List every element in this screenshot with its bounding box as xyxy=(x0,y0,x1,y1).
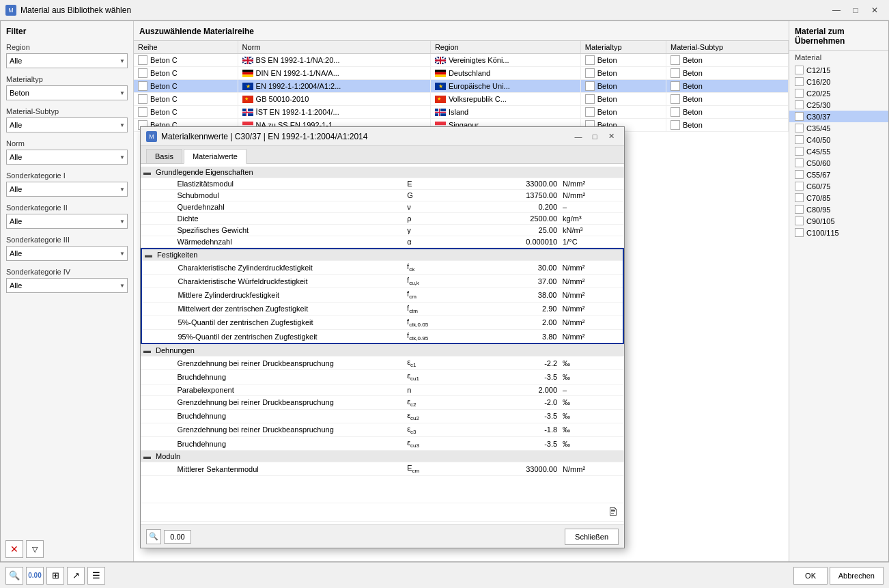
prop-wurfel: Charakteristische Würfeldruckfestigkeit xyxy=(167,275,404,288)
prop-parabel: Parabelexponent xyxy=(167,384,405,395)
modal-overlay: M Materialkennwerte | C30/37 | EN 1992-1… xyxy=(0,0,889,588)
section-toggle-moduln[interactable]: ▬ xyxy=(143,452,151,460)
prop-bruch-cu1: Bruchdehnung xyxy=(167,370,405,384)
modal-search-icon-box[interactable]: 🔍 xyxy=(146,529,161,544)
table-row: Bruchdehnung εcu3 -3.5 ‰ xyxy=(141,437,624,451)
modal-dialog: M Materialkennwerte | C30/37 | EN 1992-1… xyxy=(140,126,625,548)
table-row: 🖹 xyxy=(141,503,624,522)
prop-value-E: 33000.00 xyxy=(477,178,560,190)
prop-unit-a: 1/°C xyxy=(560,236,624,248)
table-row: Schubmodul G 13750.00 N/mm² xyxy=(141,190,624,201)
section-festigkeiten: ▬ Festigkeiten xyxy=(141,249,623,261)
properties-table: ▬ Grundlegende Eigenschaften Elastizität… xyxy=(141,167,624,522)
prop-unit-fcm: N/mm² xyxy=(559,288,623,302)
prop-symbol-fcm: fcm xyxy=(404,288,477,302)
table-row xyxy=(141,476,624,503)
prop-value-ecu1: -3.5 xyxy=(477,370,560,384)
modal-title-bar: M Materialkennwerte | C30/37 | EN 1992-1… xyxy=(141,127,624,146)
table-row: 5%-Quantil der zentrischen Zugfestigkeit… xyxy=(141,316,623,329)
prop-symbol-y: γ xyxy=(404,225,477,236)
section-name-festigkeiten: Festigkeiten xyxy=(157,251,197,259)
prop-value-p: 2500.00 xyxy=(477,213,560,225)
prop-symbol-ec2: εc2 xyxy=(404,395,477,409)
modal-close-button[interactable]: Schließen xyxy=(565,529,619,545)
table-row: Mittlere Zylinderdruckfestigkeit fcm 38.… xyxy=(141,288,623,302)
prop-value-fcuk: 37.00 xyxy=(477,275,559,288)
table-row: Elastizitätsmodul E 33000.00 N/mm² xyxy=(141,178,624,190)
modal-controls: — □ ✕ xyxy=(571,130,619,143)
prop-unit-ec1: ‰ xyxy=(560,356,624,370)
prop-unit-y: kN/m³ xyxy=(560,225,624,236)
prop-sekant: Mittlerer Sekantenmodul xyxy=(167,462,405,476)
prop-mittlere: Mittlere Zylinderdruckfestigkeit xyxy=(167,288,404,302)
tab-basis[interactable]: Basis xyxy=(146,149,182,163)
prop-symbol-G: G xyxy=(404,190,477,201)
prop-unit-ecm: N/mm² xyxy=(560,462,624,476)
prop-value-ecm: 33000.00 xyxy=(477,462,560,476)
modal-content[interactable]: ▬ Grundlegende Eigenschaften Elastizität… xyxy=(141,164,624,524)
prop-unit-n: – xyxy=(560,384,624,395)
prop-symbol-ecm: Ecm xyxy=(404,462,477,476)
modal-num-input[interactable] xyxy=(164,530,191,544)
prop-unit-fctk005: N/mm² xyxy=(559,316,623,329)
prop-unit-fcuk: N/mm² xyxy=(559,275,623,288)
table-row: Grenzdehnung bei reiner Druckbeanspruchu… xyxy=(141,395,624,409)
prop-unit-G: N/mm² xyxy=(560,190,624,201)
modal-search-icon: 🔍 xyxy=(149,532,158,541)
prop-unit-fck: N/mm² xyxy=(559,261,623,275)
section-toggle-festigkeiten[interactable]: ▬ xyxy=(145,251,152,259)
prop-name-dichte: Dichte xyxy=(167,213,405,225)
table-row: Charakteristische Würfeldruckfestigkeit … xyxy=(141,275,623,288)
prop-name-schub: Schubmodul xyxy=(167,190,405,201)
modal-maximize-btn[interactable]: □ xyxy=(587,130,602,143)
section-grundlegende: ▬ Grundlegende Eigenschaften xyxy=(141,167,624,178)
prop-mittelwert: Mittelwert der zentrischen Zugfestigkeit xyxy=(167,302,404,316)
modal-minimize-btn[interactable]: — xyxy=(571,130,586,143)
table-row: Charakteristische Zylinderdruckfestigkei… xyxy=(141,261,623,275)
tab-materialwerte[interactable]: Materialwerte xyxy=(184,149,246,164)
prop-symbol-E: E xyxy=(404,178,477,190)
prop-value-ec1: -2.2 xyxy=(477,356,560,370)
table-row: Wärmedehnzahl α 0.000010 1/°C xyxy=(141,236,624,248)
table-row: Mittlerer Sekantenmodul Ecm 33000.00 N/m… xyxy=(141,462,624,476)
modal-close-btn[interactable]: ✕ xyxy=(604,130,619,143)
prop-value-fck: 30.00 xyxy=(477,261,559,275)
prop-symbol-ec3: εc3 xyxy=(404,423,477,436)
prop-value-fctm: 2.90 xyxy=(477,302,559,316)
prop-value-ec3: -1.8 xyxy=(477,423,560,436)
section-toggle-grundlegende[interactable]: ▬ xyxy=(143,168,151,176)
prop-unit-ecu1: ‰ xyxy=(560,370,624,384)
prop-unit-ecu2: ‰ xyxy=(560,409,624,423)
prop-value-y: 25.00 xyxy=(477,225,560,236)
table-row: ▬ Festigkeiten xyxy=(141,248,624,345)
section-name-grundlegende: Grundlegende Eigenschaften xyxy=(156,168,253,176)
modal-tabs: Basis Materialwerte xyxy=(141,146,624,164)
prop-bruch-cu3: Bruchdehnung xyxy=(167,437,405,451)
prop-grenzd-c3: Grenzdehnung bei reiner Druckbeanspruchu… xyxy=(167,423,405,436)
prop-symbol-ecu1: εcu1 xyxy=(404,370,477,384)
table-export-icon[interactable]: 🖹 xyxy=(608,506,619,518)
modal-icon: M xyxy=(146,131,157,142)
prop-symbol-v: ν xyxy=(404,201,477,213)
prop-value-ecu2: -3.5 xyxy=(477,409,560,423)
prop-value-ecu3: -3.5 xyxy=(477,437,560,451)
prop-unit-fctk095: N/mm² xyxy=(559,329,623,344)
prop-name-warme: Wärmedehnzahl xyxy=(167,236,405,248)
section-dehnungen: ▬ Dehnungen xyxy=(141,345,624,356)
prop-grenzd-c2: Grenzdehnung bei reiner Druckbeanspruchu… xyxy=(167,395,405,409)
prop-unit-v: – xyxy=(560,201,624,213)
prop-value-n: 2.000 xyxy=(477,384,560,395)
table-row: Mittelwert der zentrischen Zugfestigkeit… xyxy=(141,302,623,316)
prop-unit-E: N/mm² xyxy=(560,178,624,190)
table-row: Dichte ρ 2500.00 kg/m³ xyxy=(141,213,624,225)
prop-value-ec2: -2.0 xyxy=(477,395,560,409)
prop-symbol-fcuk: fcu,k xyxy=(404,275,477,288)
prop-value-fctk005: 2.00 xyxy=(477,316,559,329)
table-row: Bruchdehnung εcu2 -3.5 ‰ xyxy=(141,409,624,423)
table-row: Querdehnzahl ν 0.200 – xyxy=(141,201,624,213)
prop-value-G: 13750.00 xyxy=(477,190,560,201)
section-toggle-dehnungen[interactable]: ▬ xyxy=(143,346,151,354)
table-row: Grenzdehnung bei reiner Druckbeanspruchu… xyxy=(141,356,624,370)
modal-title: Materialkennwerte | C30/37 | EN 1992-1-1… xyxy=(161,132,571,141)
section-moduln: ▬ Moduln xyxy=(141,451,624,462)
